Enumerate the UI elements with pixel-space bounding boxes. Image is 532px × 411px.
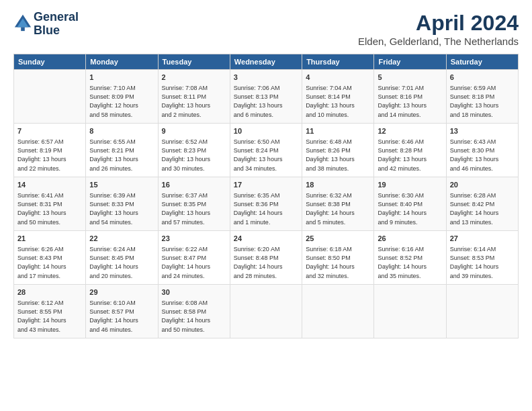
cell-content: Sunrise: 7:10 AMSunset: 8:09 PMDaylight:… xyxy=(89,84,154,119)
calendar-cell: 15Sunrise: 6:39 AMSunset: 8:33 PMDayligh… xyxy=(86,177,158,231)
calendar-cell: 3Sunrise: 7:06 AMSunset: 8:13 PMDaylight… xyxy=(230,70,302,124)
cell-content: Sunrise: 6:28 AMSunset: 8:42 PMDaylight:… xyxy=(450,191,515,226)
day-number: 15 xyxy=(89,180,154,190)
cell-content: Sunrise: 6:10 AMSunset: 8:57 PMDaylight:… xyxy=(89,299,154,334)
day-number: 4 xyxy=(306,73,370,83)
calendar-cell: 6Sunrise: 6:59 AMSunset: 8:18 PMDaylight… xyxy=(446,70,518,124)
day-number: 21 xyxy=(17,234,82,244)
week-row-1: 7Sunrise: 6:57 AMSunset: 8:19 PMDaylight… xyxy=(14,124,519,177)
cell-content: Sunrise: 6:18 AMSunset: 8:50 PMDaylight:… xyxy=(306,245,370,280)
cell-content: Sunrise: 6:08 AMSunset: 8:58 PMDaylight:… xyxy=(162,299,226,334)
header-friday: Friday xyxy=(374,54,446,70)
calendar-body: 1Sunrise: 7:10 AMSunset: 8:09 PMDaylight… xyxy=(14,70,519,338)
calendar-cell: 18Sunrise: 6:32 AMSunset: 8:38 PMDayligh… xyxy=(302,177,374,231)
calendar-cell xyxy=(446,285,518,338)
header: General Blue April 2024 Elden, Gelderlan… xyxy=(13,11,519,47)
calendar-cell: 27Sunrise: 6:14 AMSunset: 8:53 PMDayligh… xyxy=(446,231,518,285)
header-sunday: Sunday xyxy=(14,54,86,70)
day-number: 25 xyxy=(306,234,370,244)
calendar-cell: 7Sunrise: 6:57 AMSunset: 8:19 PMDaylight… xyxy=(14,124,86,177)
location-title: Elden, Gelderland, The Netherlands xyxy=(358,36,519,47)
calendar-cell: 1Sunrise: 7:10 AMSunset: 8:09 PMDaylight… xyxy=(86,70,158,124)
day-number: 22 xyxy=(89,234,154,244)
calendar-cell: 24Sunrise: 6:20 AMSunset: 8:48 PMDayligh… xyxy=(230,231,302,285)
day-number: 18 xyxy=(306,180,370,190)
day-number: 1 xyxy=(89,73,154,83)
day-number: 7 xyxy=(17,126,82,136)
day-number: 6 xyxy=(450,73,515,83)
cell-content: Sunrise: 6:39 AMSunset: 8:33 PMDaylight:… xyxy=(89,191,154,226)
header-wednesday: Wednesday xyxy=(230,54,302,70)
cell-content: Sunrise: 6:12 AMSunset: 8:55 PMDaylight:… xyxy=(17,299,82,334)
calendar-cell: 22Sunrise: 6:24 AMSunset: 8:45 PMDayligh… xyxy=(86,231,158,285)
day-number: 27 xyxy=(450,234,515,244)
day-number: 11 xyxy=(306,126,370,136)
cell-content: Sunrise: 6:26 AMSunset: 8:43 PMDaylight:… xyxy=(17,245,82,280)
cell-content: Sunrise: 6:24 AMSunset: 8:45 PMDaylight:… xyxy=(89,245,154,280)
day-number: 10 xyxy=(234,126,298,136)
cell-content: Sunrise: 6:59 AMSunset: 8:18 PMDaylight:… xyxy=(450,84,515,119)
week-row-3: 21Sunrise: 6:26 AMSunset: 8:43 PMDayligh… xyxy=(14,231,519,285)
cell-content: Sunrise: 6:50 AMSunset: 8:24 PMDaylight:… xyxy=(234,138,298,173)
cell-content: Sunrise: 6:48 AMSunset: 8:26 PMDaylight:… xyxy=(306,138,370,173)
cell-content: Sunrise: 7:08 AMSunset: 8:11 PMDaylight:… xyxy=(162,84,226,119)
svg-rect-2 xyxy=(21,27,25,31)
day-number: 23 xyxy=(162,234,226,244)
cell-content: Sunrise: 6:46 AMSunset: 8:28 PMDaylight:… xyxy=(378,138,442,173)
calendar-table: Sunday Monday Tuesday Wednesday Thursday… xyxy=(13,54,519,338)
cell-content: Sunrise: 7:06 AMSunset: 8:13 PMDaylight:… xyxy=(234,84,298,119)
calendar-cell: 14Sunrise: 6:41 AMSunset: 8:31 PMDayligh… xyxy=(14,177,86,231)
cell-content: Sunrise: 6:32 AMSunset: 8:38 PMDaylight:… xyxy=(306,191,370,226)
cell-content: Sunrise: 6:16 AMSunset: 8:52 PMDaylight:… xyxy=(378,245,442,280)
day-number: 26 xyxy=(378,234,442,244)
header-monday: Monday xyxy=(86,54,158,70)
day-number: 30 xyxy=(162,287,226,298)
calendar-cell: 19Sunrise: 6:30 AMSunset: 8:40 PMDayligh… xyxy=(374,177,446,231)
cell-content: Sunrise: 6:57 AMSunset: 8:19 PMDaylight:… xyxy=(17,138,82,173)
logo-text-line1: General xyxy=(34,11,79,24)
day-number: 19 xyxy=(378,180,442,190)
day-number: 29 xyxy=(89,287,154,298)
calendar-cell: 29Sunrise: 6:10 AMSunset: 8:57 PMDayligh… xyxy=(86,285,158,338)
cell-content: Sunrise: 6:37 AMSunset: 8:35 PMDaylight:… xyxy=(162,191,226,226)
calendar-cell: 4Sunrise: 7:04 AMSunset: 8:14 PMDaylight… xyxy=(302,70,374,124)
day-number: 16 xyxy=(162,180,226,190)
calendar-cell: 17Sunrise: 6:35 AMSunset: 8:36 PMDayligh… xyxy=(230,177,302,231)
cell-content: Sunrise: 6:20 AMSunset: 8:48 PMDaylight:… xyxy=(234,245,298,280)
cell-content: Sunrise: 6:14 AMSunset: 8:53 PMDaylight:… xyxy=(450,245,515,280)
calendar-cell: 30Sunrise: 6:08 AMSunset: 8:58 PMDayligh… xyxy=(158,285,230,338)
day-number: 2 xyxy=(162,73,226,83)
logo: General Blue xyxy=(13,11,79,38)
calendar-cell: 11Sunrise: 6:48 AMSunset: 8:26 PMDayligh… xyxy=(302,124,374,177)
cell-content: Sunrise: 7:04 AMSunset: 8:14 PMDaylight:… xyxy=(306,84,370,119)
header-saturday: Saturday xyxy=(446,54,518,70)
header-thursday: Thursday xyxy=(302,54,374,70)
cell-content: Sunrise: 6:41 AMSunset: 8:31 PMDaylight:… xyxy=(17,191,82,226)
day-number: 24 xyxy=(234,234,298,244)
cell-content: Sunrise: 6:30 AMSunset: 8:40 PMDaylight:… xyxy=(378,191,442,226)
day-number: 9 xyxy=(162,126,226,136)
cell-content: Sunrise: 7:01 AMSunset: 8:16 PMDaylight:… xyxy=(378,84,442,119)
cell-content: Sunrise: 6:22 AMSunset: 8:47 PMDaylight:… xyxy=(162,245,226,280)
calendar-cell: 23Sunrise: 6:22 AMSunset: 8:47 PMDayligh… xyxy=(158,231,230,285)
logo-text-line2: Blue xyxy=(34,24,79,38)
calendar-cell xyxy=(14,70,86,124)
day-number: 8 xyxy=(89,126,154,136)
calendar-cell: 20Sunrise: 6:28 AMSunset: 8:42 PMDayligh… xyxy=(446,177,518,231)
calendar-cell: 2Sunrise: 7:08 AMSunset: 8:11 PMDaylight… xyxy=(158,70,230,124)
header-tuesday: Tuesday xyxy=(158,54,230,70)
calendar-header: Sunday Monday Tuesday Wednesday Thursday… xyxy=(14,54,519,70)
month-title: April 2024 xyxy=(358,11,519,36)
day-number: 20 xyxy=(450,180,515,190)
calendar-cell: 10Sunrise: 6:50 AMSunset: 8:24 PMDayligh… xyxy=(230,124,302,177)
title-area: April 2024 Elden, Gelderland, The Nether… xyxy=(358,11,519,47)
day-number: 28 xyxy=(17,287,82,298)
logo-icon xyxy=(13,13,32,32)
cell-content: Sunrise: 6:52 AMSunset: 8:23 PMDaylight:… xyxy=(162,138,226,173)
calendar-cell: 16Sunrise: 6:37 AMSunset: 8:35 PMDayligh… xyxy=(158,177,230,231)
cell-content: Sunrise: 6:55 AMSunset: 8:21 PMDaylight:… xyxy=(89,138,154,173)
header-row: Sunday Monday Tuesday Wednesday Thursday… xyxy=(14,54,519,70)
calendar-cell: 25Sunrise: 6:18 AMSunset: 8:50 PMDayligh… xyxy=(302,231,374,285)
calendar-cell xyxy=(374,285,446,338)
week-row-0: 1Sunrise: 7:10 AMSunset: 8:09 PMDaylight… xyxy=(14,70,519,124)
